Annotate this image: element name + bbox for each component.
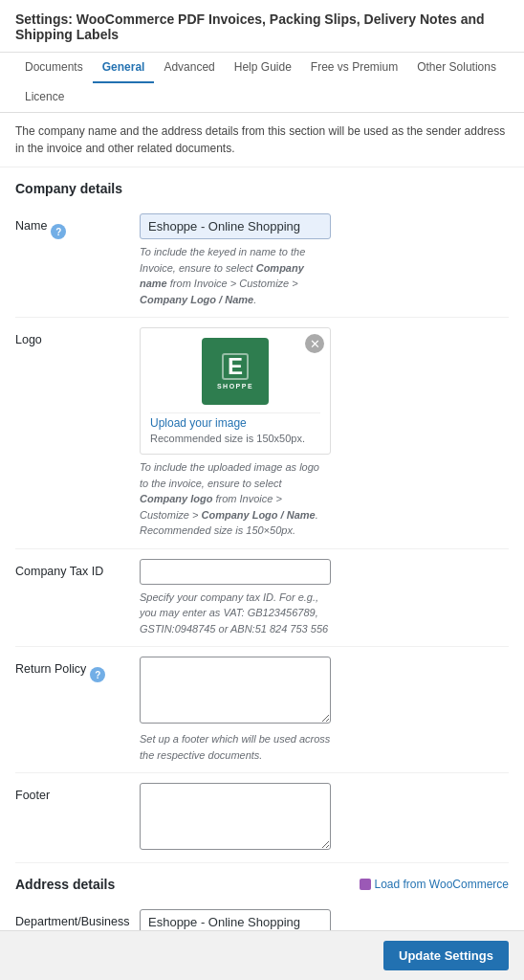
load-from-woocommerce-button[interactable]: Load from WooCommerce	[360, 878, 510, 891]
page-title: Settings: WooCommerce PDF Invoices, Pack…	[0, 0, 524, 53]
name-help-icon[interactable]: ?	[51, 224, 66, 239]
logo-hint: To include the uploaded image as logo to…	[140, 459, 331, 539]
company-details-form: Name ? To include the keyed in name to t…	[0, 204, 524, 863]
tax-id-input[interactable]	[140, 559, 331, 585]
footer-textarea[interactable]	[140, 783, 331, 850]
return-policy-textarea[interactable]	[140, 657, 331, 724]
tab-free-vs-premium[interactable]: Free vs Premium	[301, 53, 407, 83]
tax-id-label: Company Tax ID	[15, 559, 140, 578]
logo-content: ✕ E SHOPPE Upload your image Recommended…	[140, 327, 509, 539]
return-policy-row: Return Policy ? Set up a footer which wi…	[15, 647, 509, 773]
logo-upload-link[interactable]: Upload your image	[150, 412, 320, 433]
tax-id-row: Company Tax ID Specify your company tax …	[15, 549, 509, 648]
section-description: The company name and the address details…	[0, 113, 524, 167]
logo-letter: E	[222, 353, 249, 380]
logo-image-container: E SHOPPE	[150, 338, 320, 405]
logo-upload-box: ✕ E SHOPPE Upload your image Recommended…	[140, 327, 331, 455]
return-policy-help-icon[interactable]: ?	[90, 667, 105, 682]
nav-tabs: Documents General Advanced Help Guide Fr…	[0, 53, 524, 113]
tab-licence[interactable]: Licence	[15, 82, 74, 113]
name-row: Name ? To include the keyed in name to t…	[15, 204, 509, 318]
tax-id-hint: Specify your company tax ID. For e.g., y…	[140, 590, 331, 637]
name-hint: To include the keyed in name to the Invo…	[140, 244, 331, 307]
logo-remove-button[interactable]: ✕	[305, 334, 324, 353]
tab-other-solutions[interactable]: Other Solutions	[407, 53, 506, 83]
logo-size-hint: Recommended size is 150x50px.	[150, 433, 320, 444]
name-input[interactable]	[140, 213, 331, 239]
address-details-header: Address details	[15, 877, 115, 892]
return-policy-content: Set up a footer which will be used acros…	[140, 657, 509, 763]
name-content: To include the keyed in name to the Invo…	[140, 213, 509, 307]
company-details-header: Company details	[0, 167, 524, 204]
footer-content	[140, 783, 509, 853]
update-settings-button[interactable]: Update Settings	[383, 941, 509, 970]
submit-bar: Update Settings	[0, 930, 524, 980]
tab-general[interactable]: General	[93, 53, 155, 83]
tab-help-guide[interactable]: Help Guide	[225, 53, 301, 83]
address-section-header: Address details Load from WooCommerce	[0, 863, 524, 900]
return-policy-label: Return Policy ?	[15, 657, 140, 682]
logo-shoppe-text: SHOPPE	[217, 383, 253, 390]
return-policy-hint: Set up a footer which will be used acros…	[140, 731, 331, 763]
logo-label: Logo	[15, 327, 140, 346]
logo-image: E SHOPPE	[202, 338, 269, 405]
tab-advanced[interactable]: Advanced	[154, 53, 224, 83]
logo-row: Logo ✕ E SHOPPE Upload your image Recomm…	[15, 318, 509, 549]
footer-label: Footer	[15, 783, 140, 802]
tax-id-content: Specify your company tax ID. For e.g., y…	[140, 559, 509, 637]
footer-row: Footer	[15, 773, 509, 863]
tab-documents[interactable]: Documents	[15, 53, 93, 83]
woo-icon	[360, 879, 371, 890]
name-label: Name ?	[15, 213, 140, 239]
